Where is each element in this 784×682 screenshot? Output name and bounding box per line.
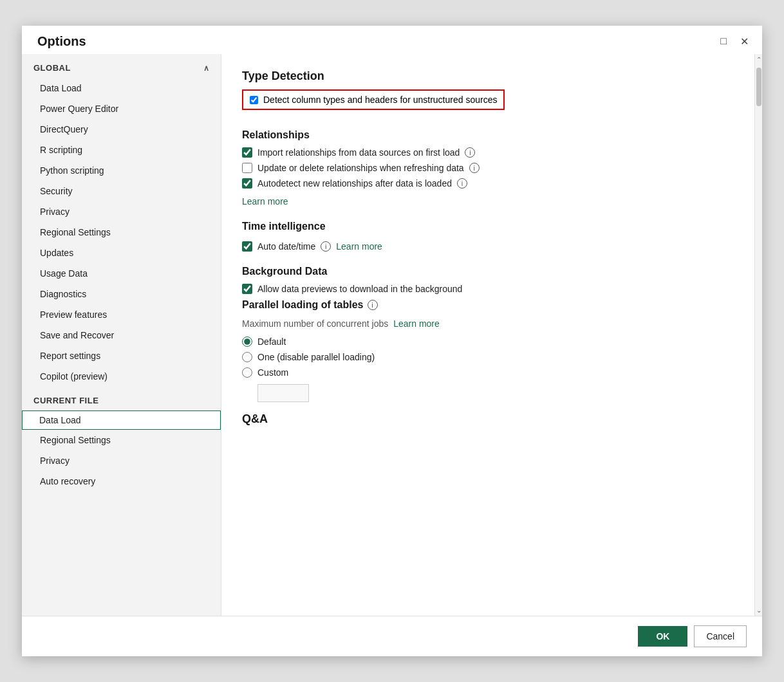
parallel-default-radio[interactable] (242, 336, 252, 347)
global-label: GLOBAL (33, 63, 71, 73)
autodetect-relationships-info-icon[interactable]: i (457, 178, 467, 189)
parallel-custom-radio[interactable] (242, 367, 252, 378)
sidebar-item-security[interactable]: Security (22, 181, 221, 201)
detect-column-types-checkbox[interactable] (250, 96, 258, 104)
parallel-loading-info-icon[interactable]: i (368, 300, 378, 310)
update-relationships-row: Update or delete relationships when refr… (242, 163, 734, 173)
relationships-learn-more[interactable]: Learn more (242, 196, 288, 207)
parallel-loading-title: Parallel loading of tables (242, 299, 364, 311)
content-scrollbar[interactable]: ⌃ ⌄ (754, 54, 762, 616)
parallel-one-row: One (disable parallel loading) (242, 352, 734, 362)
type-detection-title: Type Detection (242, 69, 734, 83)
import-relationships-row: Import relationships from data sources o… (242, 147, 734, 158)
sidebar-item-r-scripting[interactable]: R scripting (22, 140, 221, 160)
parallel-custom-input[interactable] (257, 384, 309, 402)
sidebar-item-privacy[interactable]: Privacy (22, 201, 221, 222)
scroll-down-icon[interactable]: ⌄ (755, 605, 762, 616)
title-bar: Options □ ✕ (22, 26, 762, 54)
time-intelligence-title: Time intelligence (242, 221, 734, 232)
sidebar-item-copilot[interactable]: Copilot (preview) (22, 366, 221, 387)
parallel-one-label: One (disable parallel loading) (257, 352, 375, 362)
scroll-up-icon[interactable]: ⌃ (755, 54, 762, 65)
dialog-body: GLOBAL ∧ Data Load Power Query Editor Di… (22, 54, 762, 616)
detect-column-types-label: Detect column types and headers for unst… (263, 95, 497, 105)
background-data-section: Background Data Allow data previews to d… (242, 266, 734, 294)
current-file-section-header: CURRENT FILE (22, 387, 221, 410)
autodetect-relationships-row: Autodetect new relationships after data … (242, 178, 734, 189)
parallel-custom-label: Custom (257, 367, 288, 378)
cancel-button[interactable]: Cancel (694, 625, 747, 647)
sidebar-item-directquery[interactable]: DirectQuery (22, 119, 221, 140)
options-dialog: Options □ ✕ GLOBAL ∧ Data Load Power Que… (22, 26, 762, 656)
update-relationships-label: Update or delete relationships when refr… (257, 163, 464, 173)
parallel-one-radio[interactable] (242, 352, 252, 362)
sidebar-item-preview-features[interactable]: Preview features (22, 304, 221, 325)
current-file-label: CURRENT FILE (33, 396, 98, 405)
autodetect-relationships-checkbox[interactable] (242, 178, 252, 189)
sidebar-item-diagnostics[interactable]: Diagnostics (22, 284, 221, 304)
sidebar-item-python-scripting[interactable]: Python scripting (22, 160, 221, 181)
sidebar-item-current-auto-recovery[interactable]: Auto recovery (22, 471, 221, 492)
sidebar-item-data-load[interactable]: Data Load (22, 78, 221, 98)
parallel-loading-section: Parallel loading of tables i Maximum num… (242, 299, 734, 402)
import-relationships-info-icon[interactable]: i (465, 147, 475, 158)
import-relationships-label: Import relationships from data sources o… (257, 147, 460, 158)
sidebar: GLOBAL ∧ Data Load Power Query Editor Di… (22, 54, 221, 616)
autodetect-relationships-label: Autodetect new relationships after data … (257, 178, 452, 189)
update-relationships-info-icon[interactable]: i (469, 163, 480, 173)
allow-previews-label: Allow data previews to download in the b… (257, 284, 462, 294)
parallel-loading-learn-more[interactable]: Learn more (393, 318, 440, 329)
relationships-title: Relationships (242, 129, 734, 141)
allow-previews-checkbox[interactable] (242, 284, 252, 294)
time-intelligence-learn-more[interactable]: Learn more (336, 241, 382, 252)
parallel-loading-header: Parallel loading of tables i (242, 299, 734, 311)
type-detection-section: Type Detection Detect column types and h… (242, 69, 734, 118)
allow-previews-row: Allow data previews to download in the b… (242, 284, 734, 294)
content-area: Type Detection Detect column types and h… (221, 54, 762, 616)
global-chevron-icon: ∧ (203, 64, 210, 73)
global-section-header: GLOBAL ∧ (22, 54, 221, 78)
sidebar-item-usage-data[interactable]: Usage Data (22, 263, 221, 284)
auto-datetime-checkbox[interactable] (242, 241, 252, 252)
qa-title: Q&A (242, 412, 734, 426)
sidebar-item-updates[interactable]: Updates (22, 243, 221, 263)
sidebar-item-current-privacy[interactable]: Privacy (22, 450, 221, 471)
auto-datetime-label: Auto date/time (257, 241, 315, 252)
scroll-thumb[interactable] (756, 68, 761, 106)
ok-button[interactable]: OK (638, 626, 687, 647)
close-button[interactable]: ✕ (736, 33, 752, 49)
content-panel: Type Detection Detect column types and h… (221, 54, 754, 616)
maximize-button[interactable]: □ (716, 33, 731, 49)
import-relationships-checkbox[interactable] (242, 147, 252, 158)
dialog-footer: OK Cancel (22, 616, 762, 656)
parallel-default-row: Default (242, 336, 734, 347)
sidebar-item-power-query-editor[interactable]: Power Query Editor (22, 98, 221, 119)
parallel-loading-subtext: Maximum number of concurrent jobs Learn … (242, 316, 734, 331)
update-relationships-checkbox[interactable] (242, 163, 252, 173)
auto-datetime-info-icon[interactable]: i (321, 241, 331, 252)
parallel-custom-row: Custom (242, 367, 734, 378)
sidebar-item-current-regional[interactable]: Regional Settings (22, 430, 221, 450)
detect-column-types-row: Detect column types and headers for unst… (242, 89, 505, 110)
dialog-title: Options (37, 34, 86, 49)
auto-datetime-row: Auto date/time i Learn more (242, 239, 734, 254)
max-concurrent-label: Maximum number of concurrent jobs (242, 318, 388, 329)
parallel-default-label: Default (257, 336, 286, 347)
sidebar-item-regional-settings[interactable]: Regional Settings (22, 222, 221, 243)
sidebar-item-current-data-load[interactable]: Data Load (22, 410, 221, 430)
qa-section: Q&A (242, 412, 734, 426)
background-data-title: Background Data (242, 266, 734, 277)
sidebar-item-report-settings[interactable]: Report settings (22, 346, 221, 366)
sidebar-item-save-recover[interactable]: Save and Recover (22, 325, 221, 346)
window-controls: □ ✕ (716, 33, 752, 49)
time-intelligence-section: Time intelligence Auto date/time i Learn… (242, 221, 734, 254)
relationships-section: Relationships Import relationships from … (242, 129, 734, 209)
